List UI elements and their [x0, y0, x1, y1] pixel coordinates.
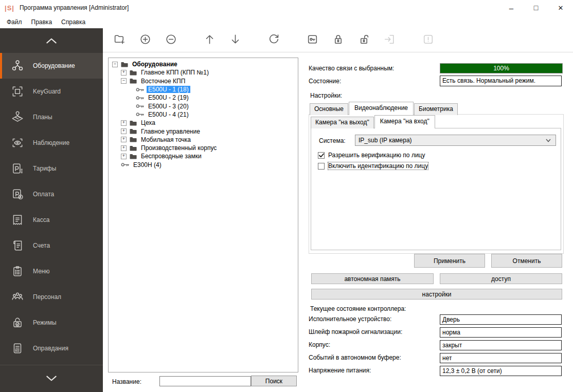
toolbar-refresh-button[interactable] — [266, 32, 281, 48]
checkbox[interactable] — [318, 152, 325, 159]
toolbar-new-group-button[interactable] — [112, 32, 127, 48]
tree-item-label[interactable]: Мобильная точка — [139, 136, 192, 143]
sidebar-item-cashbox[interactable]: Касса — [0, 207, 103, 233]
tab-inactive[interactable]: Основные — [310, 103, 348, 115]
device-tree[interactable]: −Оборудование+Главное КПП (КПП №1)−Восто… — [108, 58, 298, 372]
tree-item-label[interactable]: Беспроводные замки — [139, 153, 203, 160]
folder-icon — [129, 136, 137, 143]
apply-button[interactable]: Применить — [414, 254, 485, 268]
system-select[interactable]: IP_sub (IP камера) — [355, 135, 556, 146]
tree-item-label[interactable]: E500U - 3 (20) — [147, 103, 190, 110]
tree-row[interactable]: E500U - 4 (21) — [109, 110, 298, 119]
toolbar-move-up-button[interactable] — [202, 32, 217, 48]
minimize-button[interactable] — [499, 0, 524, 15]
checkbox-label[interactable]: Разрешить верификацию по лицу — [328, 152, 425, 159]
search-input[interactable] — [159, 376, 251, 386]
tab-inactive[interactable]: Биометрика — [414, 103, 458, 115]
tree-row[interactable]: +Главное КПП (КПП №1) — [109, 68, 298, 77]
sidebar-item-payment[interactable]: Оплата — [0, 181, 103, 207]
folder-icon — [129, 128, 137, 135]
sidebar-item-bills[interactable]: Счета — [0, 233, 103, 258]
toolbar-key-button[interactable] — [305, 32, 320, 48]
menu-item-edit[interactable]: Правка — [27, 16, 57, 28]
checkbox-label[interactable]: Включить идентификацию по лицу — [328, 162, 428, 170]
tree-row[interactable]: E500U - 3 (20) — [109, 102, 298, 110]
expand-box-icon[interactable]: + — [121, 120, 127, 126]
tree-item-label[interactable]: E500U - 1 (18) — [147, 86, 190, 93]
devices-icon — [11, 59, 24, 72]
toolbar-move-down-button[interactable] — [227, 32, 243, 48]
expand-box-icon[interactable]: + — [121, 137, 127, 142]
tree-item-label[interactable]: Производственный корпус — [139, 144, 218, 152]
menu-icon — [11, 265, 24, 278]
expand-box-icon[interactable]: + — [121, 145, 127, 151]
status-row-value: Дверь — [440, 314, 562, 325]
bills-icon — [11, 239, 24, 252]
checkbox-row[interactable]: Включить идентификацию по лицу — [318, 162, 428, 170]
menu-item-file[interactable]: Файл — [2, 16, 27, 28]
controller-state-title: Текущее состояние контроллера: — [310, 305, 406, 312]
tree-item-label[interactable]: E500U - 4 (21) — [147, 111, 190, 118]
cancel-button[interactable]: Отменить — [491, 254, 562, 268]
tree-item-label[interactable]: E300H (4) — [132, 161, 163, 169]
toolbar-lock-button[interactable] — [330, 32, 346, 48]
toolbar — [103, 28, 573, 52]
sidebar-item-label: Касса — [33, 216, 49, 223]
sidebar-item-observation[interactable]: Наблюдение — [0, 130, 103, 156]
tree-item-label[interactable]: Цеха — [139, 119, 157, 126]
expand-box-icon[interactable]: + — [121, 70, 127, 76]
access-button[interactable]: доступ — [440, 273, 562, 284]
sidebar-item-tariffs[interactable]: Тарифы — [0, 156, 103, 181]
tree-item-label[interactable]: Оборудование — [131, 61, 179, 68]
tab-active[interactable]: Видеонаблюдение — [349, 102, 414, 115]
tree-row[interactable]: E300H (4) — [109, 161, 298, 169]
sidebar-item-keyguard[interactable]: KeyGuard — [0, 79, 103, 104]
camera-tab[interactable]: Камера "на выход" — [311, 117, 374, 128]
quality-progress-bar: 100% — [440, 63, 563, 73]
checkbox-row[interactable]: Разрешить верификацию по лицу — [318, 152, 425, 159]
sidebar-item-excuses[interactable]: Оправдания — [0, 335, 103, 361]
expand-box-icon[interactable]: + — [121, 128, 127, 134]
menu-item-help[interactable]: Справка — [57, 16, 90, 28]
key-icon — [136, 87, 145, 92]
maximize-button[interactable] — [524, 0, 548, 15]
status-row-label: Исполнительное устройство: — [309, 315, 391, 323]
toolbar-unlock-button[interactable] — [356, 32, 371, 48]
sidebar-scroll-down[interactable] — [0, 365, 103, 392]
tree-row[interactable]: +Главное управление — [109, 127, 298, 135]
sidebar-item-plans[interactable]: Планы — [0, 104, 103, 130]
refresh-icon — [267, 33, 280, 47]
sidebar-item-menu[interactable]: Меню — [0, 258, 103, 284]
observe-icon — [11, 136, 24, 150]
sidebar-item-label: Персонал — [33, 293, 61, 301]
tree-row[interactable]: E500U - 1 (18) — [109, 85, 298, 94]
controller-settings-button[interactable]: настройки — [311, 289, 562, 300]
collapse-box-icon[interactable]: − — [112, 62, 118, 67]
close-button[interactable] — [548, 0, 573, 15]
sidebar-scroll-up[interactable] — [0, 28, 103, 53]
tree-row[interactable]: +Производственный корпус — [109, 144, 298, 152]
status-row-label: Событий в автономном буфере: — [309, 354, 401, 361]
tree-row[interactable]: −Оборудование — [109, 60, 298, 68]
sidebar-item-equipment[interactable]: Оборудование — [0, 53, 103, 79]
toolbar-add-button[interactable] — [137, 32, 153, 48]
tree-row[interactable]: +Мобильная точка — [109, 136, 298, 144]
autonomous-memory-button[interactable]: автономная память — [311, 273, 434, 284]
collapse-box-icon[interactable]: − — [121, 78, 127, 84]
search-button[interactable]: Поиск — [251, 376, 297, 386]
tree-item-label[interactable]: Главное управление — [139, 128, 202, 135]
tree-row[interactable]: −Восточное КПП — [109, 77, 298, 85]
sidebar-item-staff[interactable]: Персонал — [0, 284, 103, 310]
tree-row[interactable]: +Беспроводные замки — [109, 152, 298, 160]
tree-row[interactable]: +Цеха — [109, 119, 298, 127]
camera-tab[interactable]: Камера "на вход" — [374, 115, 435, 128]
tree-row[interactable]: E500U - 2 (19) — [109, 94, 298, 102]
toolbar-remove-button[interactable] — [163, 32, 178, 48]
tree-item-label[interactable]: E500U - 2 (19) — [147, 94, 190, 101]
tree-item-label[interactable]: Восточное КПП — [139, 78, 187, 85]
expand-box-icon[interactable]: + — [121, 154, 127, 159]
system-select-value: IP_sub (IP камера) — [359, 137, 412, 144]
checkbox[interactable] — [318, 163, 325, 170]
tree-item-label[interactable]: Главное КПП (КПП №1) — [139, 69, 210, 76]
sidebar-item-modes[interactable]: Режимы — [0, 310, 103, 335]
